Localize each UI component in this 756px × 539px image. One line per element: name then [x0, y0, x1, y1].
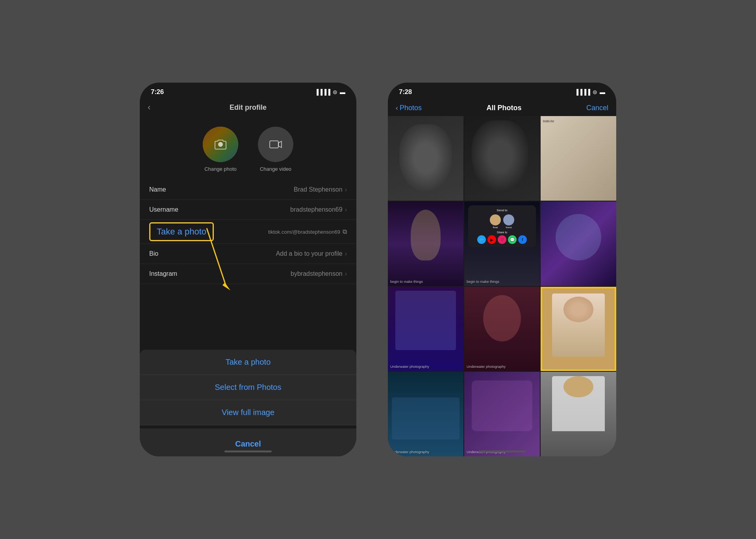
- battery-icon: ▬: [340, 89, 345, 95]
- photo-cell-3[interactable]: trolls for: [541, 116, 616, 201]
- back-button[interactable]: ‹: [148, 102, 150, 113]
- photo-cell-2[interactable]: [464, 116, 540, 201]
- name-row[interactable]: Name Brad Stephenson ›: [140, 180, 356, 200]
- photo-cell-7[interactable]: Underwater photography: [388, 287, 463, 371]
- left-status-bar: 7:26 ▐▐▐▐ ⊜ ▬: [140, 83, 356, 99]
- photos-cancel-button[interactable]: Cancel: [586, 104, 608, 112]
- right-battery-icon: ▬: [600, 89, 605, 95]
- take-photo-label-highlight: Take a photo: [157, 227, 206, 236]
- photo-grid: trolls for begin to make things Send to: [388, 116, 616, 456]
- cancel-button[interactable]: Cancel: [140, 432, 356, 456]
- photo-8-text: Underwater photography: [467, 365, 506, 369]
- left-nav-bar: ‹ Edit profile: [140, 99, 356, 117]
- photo-cell-5[interactable]: Send to Brad friend Share to 🐦: [464, 201, 540, 286]
- profile-photo-item[interactable]: Change photo: [203, 127, 238, 172]
- photo-cell-10[interactable]: Underwater photography: [388, 372, 463, 456]
- nav-title: Edit profile: [230, 103, 267, 112]
- left-time: 7:26: [151, 88, 164, 96]
- name-label: Name: [149, 186, 166, 193]
- copy-icon: ⧉: [343, 228, 347, 235]
- right-home-indicator: [478, 450, 526, 452]
- right-time: 7:28: [399, 88, 412, 96]
- username-chevron: ›: [345, 206, 347, 213]
- left-status-icons: ▐▐▐▐ ⊜ ▬: [315, 89, 345, 95]
- right-wifi-icon: ⊜: [593, 89, 597, 95]
- photo-10-text: Underwater photography: [390, 450, 429, 454]
- camera-icon: [214, 138, 227, 151]
- action-sheet: Take a photo Select from Photos View ful…: [140, 350, 356, 456]
- photo-5-text: begin to make things: [467, 280, 499, 284]
- photo-cell-6[interactable]: [541, 201, 616, 286]
- username-value: bradstephenson69 ›: [290, 206, 347, 213]
- photo-cell-1[interactable]: [388, 116, 463, 201]
- video-circle: [258, 127, 293, 162]
- link-value: tiktok.com/@bradstephenson69 ⧉: [268, 228, 347, 235]
- right-signal-icon: ▐▐▐▐: [574, 89, 590, 95]
- username-row[interactable]: Username bradstephenson69 ›: [140, 200, 356, 220]
- profile-video-item[interactable]: Change video: [258, 127, 293, 172]
- photo-7-text: Underwater photography: [390, 365, 429, 369]
- name-value: Brad Stephenson ›: [294, 186, 347, 193]
- left-phone: 7:26 ▐▐▐▐ ⊜ ▬ ‹ Edit profile: [140, 83, 356, 456]
- video-icon: [269, 137, 283, 151]
- right-phone: 7:28 ▐▐▐▐ ⊜ ▬ ‹ Photos All Photos Cancel: [388, 83, 616, 456]
- right-status-icons: ▐▐▐▐ ⊜ ▬: [574, 89, 605, 95]
- bio-chevron: ›: [345, 250, 347, 257]
- bio-label: Bio: [149, 250, 158, 257]
- camera-overlay: [203, 127, 238, 162]
- photos-back-label: Photos: [400, 104, 422, 112]
- profile-section: Change photo Change video: [140, 117, 356, 180]
- all-photos-title: All Photos: [487, 104, 522, 112]
- photo-cell-9[interactable]: [541, 287, 616, 371]
- avatar-container[interactable]: [203, 127, 238, 162]
- photo-cell-12[interactable]: [541, 372, 616, 456]
- take-photo-highlight-box: Take a photo: [149, 222, 214, 241]
- home-indicator: [224, 450, 272, 452]
- bio-row[interactable]: Bio Add a bio to your profile ›: [140, 244, 356, 264]
- right-status-bar: 7:28 ▐▐▐▐ ⊜ ▬: [388, 83, 616, 99]
- bio-value: Add a bio to your profile ›: [276, 250, 347, 257]
- change-video-label: Change video: [260, 166, 291, 172]
- photo-cell-8[interactable]: Underwater photography: [464, 287, 540, 371]
- change-photo-label: Change photo: [204, 166, 237, 172]
- instagram-row[interactable]: Instagram bybradstephenson ›: [140, 264, 356, 284]
- photos-nav: ‹ Photos All Photos Cancel: [388, 99, 616, 116]
- link-row[interactable]: Take a photo tiktok.com/@bradstephenson6…: [140, 220, 356, 244]
- photo-cell-11[interactable]: Underwater photography: [464, 372, 540, 456]
- photo-3-text: trolls for: [543, 119, 554, 123]
- instagram-label: Instagram: [149, 270, 177, 277]
- wifi-icon: ⊜: [333, 89, 337, 95]
- photo-cell-4[interactable]: begin to make things: [388, 201, 463, 286]
- name-chevron: ›: [345, 186, 347, 193]
- signal-icon: ▐▐▐▐: [315, 89, 330, 95]
- instagram-value: bybradstephenson ›: [291, 270, 347, 277]
- username-label: Username: [149, 206, 178, 213]
- svg-rect-0: [270, 141, 278, 148]
- instagram-chevron: ›: [345, 270, 347, 277]
- back-chevron-icon: ‹: [396, 104, 398, 112]
- view-image-button[interactable]: View full image: [140, 400, 356, 425]
- photo-4-text: begin to make things: [390, 280, 423, 284]
- photos-back-button[interactable]: ‹ Photos: [396, 104, 422, 112]
- select-photos-button[interactable]: Select from Photos: [140, 375, 356, 400]
- take-photo-button[interactable]: Take a photo: [140, 350, 356, 375]
